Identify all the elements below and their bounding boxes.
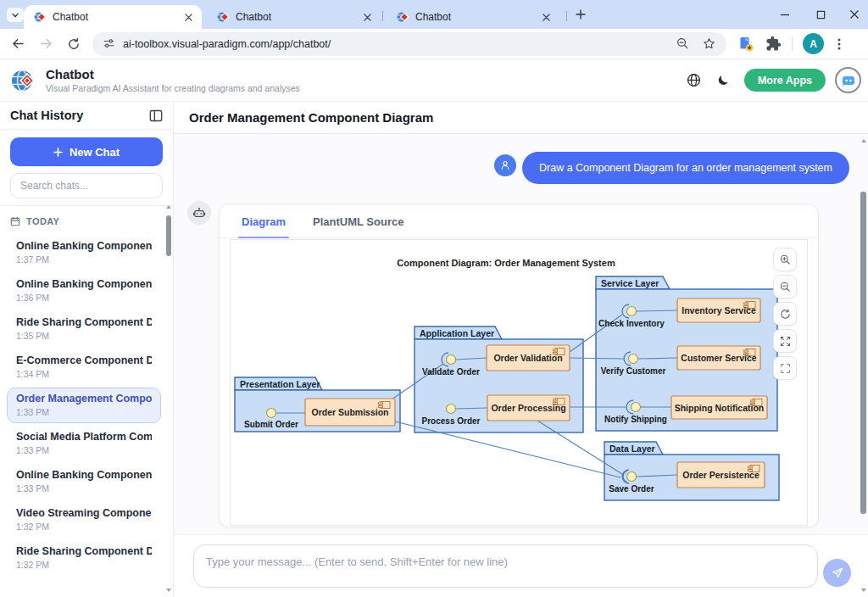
- chat-item-time: 1:32 PM: [16, 560, 152, 570]
- tab-divider: [382, 11, 383, 21]
- chat-list-item[interactable]: Ride Sharing Component Dia...1:35 PM: [7, 311, 161, 347]
- port-verify-customer: [629, 354, 638, 364]
- back-icon: [10, 36, 26, 52]
- zoom-in-icon: [779, 254, 792, 266]
- component-label: Order Processing: [487, 395, 570, 421]
- reset-view-button[interactable]: [773, 302, 797, 326]
- app-content: Chat History New Chat TODAY Online Banki…: [0, 102, 868, 597]
- chat-list-item[interactable]: Social Media Platform Comp...1:33 PM: [7, 426, 161, 461]
- zoom-in-button[interactable]: [773, 248, 797, 271]
- search-chats-input[interactable]: [10, 173, 163, 198]
- address-bar[interactable]: ai-toolbox.visual-paradigm.com/app/chatb…: [92, 32, 726, 56]
- visual-paradigm-favicon: [34, 11, 46, 23]
- app-header: Chatbot Visual Paradigm AI Assistant for…: [0, 59, 868, 102]
- chat-list-item[interactable]: Video Streaming Component...1:32 PM: [7, 502, 161, 538]
- maximize-button[interactable]: [814, 8, 827, 21]
- diagram-zoom-controls: [773, 248, 797, 380]
- browser-tab-1[interactable]: Chatbot: [24, 5, 202, 29]
- scroll-up-icon[interactable]: [165, 204, 172, 210]
- tab-close-button[interactable]: [360, 10, 374, 24]
- minimize-icon: [780, 9, 790, 20]
- bookmark-star-icon[interactable]: [702, 36, 716, 51]
- sidebar-scrollbar[interactable]: [165, 204, 172, 594]
- send-button[interactable]: [823, 559, 851, 587]
- close-icon: [849, 9, 860, 20]
- chat-item-time: 1:33 PM: [16, 407, 152, 417]
- chat-list-item[interactable]: Online Banking Component ...1:36 PM: [7, 273, 161, 309]
- port-label: Save Order: [593, 484, 670, 494]
- sidebar-title: Chat History: [10, 109, 149, 122]
- tab-diagram[interactable]: Diagram: [242, 215, 286, 237]
- port-label: Notify Shipping: [598, 415, 674, 424]
- dark-mode-button[interactable]: [716, 74, 730, 87]
- component-label: Customer Service: [677, 346, 760, 370]
- tab-search-button[interactable]: [7, 8, 24, 22]
- chevron-down-icon: [11, 11, 19, 20]
- profile-avatar[interactable]: A: [803, 33, 824, 54]
- more-apps-button[interactable]: More Apps: [744, 69, 826, 92]
- chat-widget-button[interactable]: [835, 67, 861, 93]
- browser-tab-3[interactable]: Chatbot: [387, 5, 559, 29]
- forward-icon: [38, 36, 54, 52]
- minimize-button[interactable]: [778, 8, 792, 21]
- chat-item-title: Social Media Platform Comp...: [16, 431, 152, 443]
- site-info-icon[interactable]: [103, 37, 115, 50]
- chat-list-item[interactable]: Online Banking Component ...1:37 PM: [7, 235, 161, 271]
- scrollbar-thumb[interactable]: [860, 192, 866, 514]
- window-close-button[interactable]: [848, 8, 861, 21]
- plus-icon: [53, 148, 63, 157]
- chat-item-title: E-Commerce Component Di...: [16, 354, 152, 366]
- chat-item-title: Ride Sharing Component Dia...: [16, 545, 152, 557]
- calendar-icon: [10, 216, 20, 226]
- zoom-out-button[interactable]: [773, 275, 797, 298]
- chat-item-title: Ride Sharing Component Dia...: [16, 316, 152, 328]
- user-message-text: Draw a Component Diagram for an order ma…: [539, 162, 832, 174]
- browser-titlebar: Chatbot Chatbot Chatbot: [0, 0, 868, 29]
- new-tab-button[interactable]: [573, 7, 588, 22]
- chat-item-time: 1:34 PM: [16, 369, 152, 379]
- component-label: Order Submission: [305, 399, 395, 426]
- language-button[interactable]: [686, 72, 702, 88]
- tab-close-button[interactable]: [181, 10, 195, 24]
- component-label: Order Persistence: [677, 462, 765, 488]
- extensions-icon[interactable]: [765, 36, 782, 52]
- component-label: Shipping Notification: [671, 396, 767, 419]
- chat-list-item-selected[interactable]: Order Management Compon...1:33 PM: [7, 388, 161, 423]
- port-label: Process Order: [413, 416, 489, 426]
- more-apps-label: More Apps: [758, 75, 812, 86]
- port-notify-shipping: [632, 403, 641, 412]
- forward-button[interactable]: [36, 34, 56, 54]
- scrollbar-thumb[interactable]: [166, 215, 171, 256]
- today-label: TODAY: [26, 216, 59, 226]
- fit-screen-button[interactable]: [773, 356, 797, 380]
- chat-list-item[interactable]: Online Banking Component ...1:33 PM: [7, 464, 161, 499]
- install-app-icon[interactable]: [737, 36, 754, 53]
- tab-close-button[interactable]: [539, 10, 553, 24]
- tab-title: Chatbot: [53, 11, 181, 23]
- browser-toolbar: ai-toolbox.visual-paradigm.com/app/chatb…: [0, 29, 868, 59]
- browser-tab-2[interactable]: Chatbot: [207, 5, 381, 29]
- chat-list-item[interactable]: Ride Sharing Component Dia...1:32 PM: [7, 540, 161, 576]
- tab-plantuml-source[interactable]: PlantUML Source: [313, 215, 403, 237]
- page-title-bar: Order Management Component Diagram: [174, 102, 868, 134]
- reload-button[interactable]: [64, 34, 84, 54]
- diagram-canvas[interactable]: Component Diagram: Order Management Syst…: [230, 239, 808, 526]
- collapse-sidebar-icon[interactable]: [149, 109, 163, 122]
- scroll-up-icon[interactable]: [860, 137, 867, 144]
- scroll-down-icon[interactable]: [165, 587, 172, 594]
- new-chat-button[interactable]: New Chat: [10, 137, 163, 166]
- back-button[interactable]: [8, 34, 28, 54]
- main-scrollbar[interactable]: [860, 137, 867, 594]
- scroll-down-icon[interactable]: [860, 587, 867, 594]
- tab-divider: [566, 11, 567, 21]
- zoom-indicator-icon[interactable]: [676, 36, 690, 51]
- visual-paradigm-logo: [11, 68, 38, 93]
- browser-menu-icon[interactable]: [832, 37, 846, 51]
- chat-list-item[interactable]: E-Commerce Component Di...1:34 PM: [7, 349, 161, 385]
- expand-button[interactable]: [773, 329, 797, 353]
- message-input[interactable]: [193, 544, 818, 588]
- moon-icon: [716, 74, 730, 87]
- url-text[interactable]: ai-toolbox.visual-paradigm.com/app/chatb…: [123, 38, 664, 50]
- chatbot-widget-icon: [841, 74, 856, 87]
- chat-item-time: 1:37 PM: [16, 254, 152, 265]
